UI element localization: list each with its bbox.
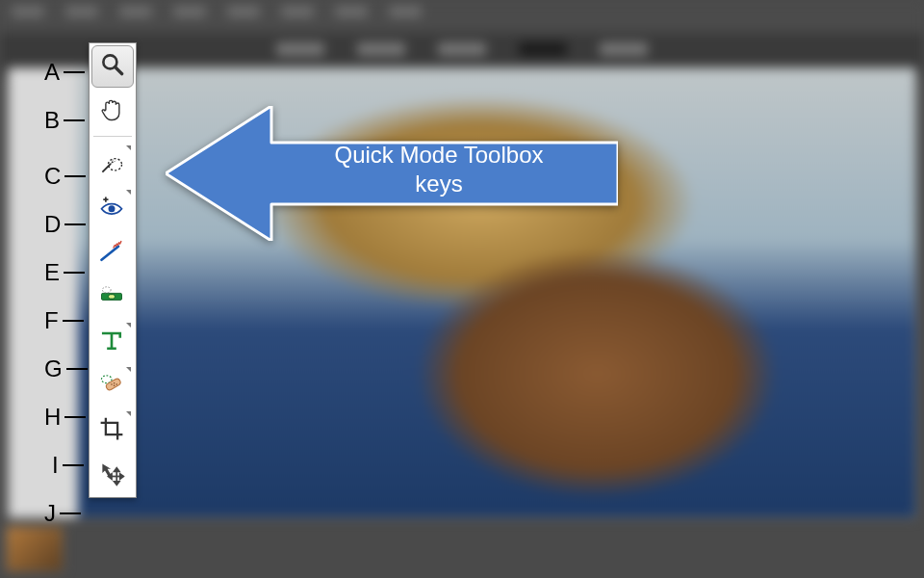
svg-point-20	[116, 383, 117, 385]
level-icon	[98, 282, 125, 313]
label-h: H	[44, 393, 88, 441]
label-a: A	[44, 48, 88, 96]
svg-point-18	[114, 382, 116, 384]
svg-line-7	[102, 247, 119, 260]
label-b: B	[44, 96, 88, 144]
label-e: E	[44, 249, 88, 297]
svg-point-17	[111, 383, 113, 385]
whiten-teeth-tool[interactable]	[90, 231, 134, 276]
quick-mode-toolbox	[89, 42, 137, 498]
label-j: J	[44, 489, 88, 538]
eye-plus-icon	[98, 194, 125, 224]
svg-rect-13	[109, 295, 116, 299]
svg-line-11	[119, 241, 121, 245]
hand-tool[interactable]	[90, 90, 134, 134]
svg-point-19	[114, 385, 116, 387]
quick-selection-tool[interactable]	[90, 143, 134, 187]
svg-rect-16	[105, 378, 121, 391]
svg-point-4	[109, 205, 116, 212]
bandage-icon	[98, 371, 125, 402]
label-g: G	[44, 345, 88, 393]
crop-icon	[98, 415, 125, 446]
svg-point-14	[102, 287, 111, 293]
zoom-tool[interactable]	[91, 45, 134, 88]
hand-icon	[98, 96, 125, 127]
label-c: C	[44, 152, 88, 200]
svg-line-1	[116, 67, 122, 74]
label-f: F	[44, 297, 88, 345]
svg-line-3	[102, 164, 111, 172]
move-tool[interactable]	[90, 453, 134, 497]
toothbrush-icon	[98, 238, 125, 269]
magnifier-icon	[99, 51, 126, 82]
svg-line-8	[114, 245, 116, 249]
spot-heal-tool[interactable]	[90, 364, 134, 408]
straighten-tool[interactable]	[90, 276, 134, 320]
callout-arrow	[166, 106, 618, 241]
move-icon	[98, 460, 125, 490]
label-d: D	[44, 200, 88, 249]
crop-tool[interactable]	[90, 408, 134, 453]
type-tool[interactable]	[90, 320, 134, 364]
red-eye-tool[interactable]	[90, 187, 134, 231]
wand-select-icon	[98, 149, 125, 180]
svg-line-10	[117, 242, 119, 246]
label-i: I	[44, 441, 88, 489]
label-column: A B C D E F G H I J	[44, 48, 88, 538]
type-icon	[98, 327, 125, 357]
